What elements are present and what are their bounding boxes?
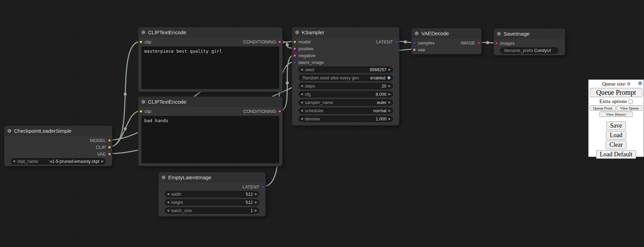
- collapse-dot-icon[interactable]: [8, 129, 11, 133]
- node-vae-decode[interactable]: VAEDecodesamplesvaeIMAGE: [411, 28, 482, 54]
- input-slot-dot-icon[interactable]: [139, 110, 143, 113]
- increment-arrow-icon[interactable]: ▶: [388, 101, 391, 104]
- input-slot-model[interactable]: model: [293, 38, 310, 45]
- widget-random-seed-after-every-gen[interactable]: Random seed after every genenabled: [298, 75, 393, 81]
- output-slot-CONDITIONING[interactable]: CONDITIONING: [243, 108, 281, 115]
- prompt-textarea[interactable]: masterpiece best quality girl: [141, 47, 279, 89]
- input-slot-latent_image[interactable]: latent_image: [293, 59, 324, 66]
- increment-arrow-icon[interactable]: ▶: [388, 84, 391, 88]
- decrement-arrow-icon[interactable]: ◀: [167, 209, 169, 212]
- output-slot-dot-icon[interactable]: [278, 40, 281, 43]
- input-slot-negative[interactable]: negative: [293, 52, 315, 59]
- increment-arrow-icon[interactable]: ▶: [255, 209, 257, 212]
- collapse-dot-icon[interactable]: [497, 32, 501, 36]
- increment-arrow-icon[interactable]: ▶: [101, 160, 104, 163]
- toggle-on-icon[interactable]: [387, 76, 391, 79]
- increment-arrow-icon[interactable]: ▶: [388, 93, 391, 96]
- input-slot-dot-icon[interactable]: [495, 42, 498, 45]
- node-graph-canvas[interactable]: CheckpointLoaderSimpleMODELCLIPVAE◀ckpt_…: [0, 0, 644, 247]
- input-slot-dot-icon[interactable]: [413, 41, 416, 44]
- input-slot-dot-icon[interactable]: [413, 48, 416, 51]
- output-slot-dot-icon[interactable]: [395, 40, 398, 43]
- output-slot-dot-icon[interactable]: [261, 185, 264, 188]
- widget-scheduler[interactable]: ◀schedulernormal▶: [298, 107, 393, 114]
- widget-filename-prefix[interactable]: filename_prefixComfyUI: [500, 47, 559, 54]
- decrement-arrow-icon[interactable]: ◀: [300, 117, 303, 120]
- widget-ckpt-name[interactable]: ◀ckpt_namev1-5-pruned-emaonly.ckpt▶: [11, 158, 106, 165]
- output-slot-CLIP[interactable]: CLIP: [96, 144, 111, 151]
- node-clip-text-encode-positive[interactable]: CLIPTextEncodeclipCONDITIONINGmasterpiec…: [138, 27, 283, 92]
- collapse-dot-icon[interactable]: [415, 31, 419, 35]
- decrement-arrow-icon[interactable]: ◀: [13, 160, 15, 163]
- decrement-arrow-icon[interactable]: ◀: [167, 201, 169, 204]
- output-slot-dot-icon[interactable]: [108, 153, 111, 156]
- widget-steps[interactable]: ◀steps20▶: [298, 83, 393, 89]
- clear-button[interactable]: Clear: [606, 141, 627, 149]
- node-title-bar[interactable]: CLIPTextEncode: [138, 97, 282, 107]
- output-slot-IMAGE[interactable]: IMAGE: [461, 39, 480, 46]
- load-default-button[interactable]: Load Default: [596, 150, 636, 159]
- node-empty-latent-image[interactable]: EmptyLatentImageLATENT◀width512▶◀height5…: [158, 172, 266, 217]
- queue-front-button[interactable]: Queue Front: [590, 105, 616, 111]
- widget-width[interactable]: ◀width512▶: [165, 191, 259, 197]
- widget-height[interactable]: ◀height512▶: [165, 199, 259, 206]
- view-queue-button[interactable]: View Queue: [617, 105, 643, 111]
- widget-batch-size[interactable]: ◀batch_size1▶: [165, 207, 259, 214]
- output-slot-VAE[interactable]: VAE: [97, 151, 111, 157]
- node-title-bar[interactable]: EmptyLatentImage: [159, 172, 265, 182]
- increment-arrow-icon[interactable]: ▶: [255, 201, 257, 204]
- node-title-bar[interactable]: CheckpointLoaderSimple: [4, 126, 112, 136]
- output-slot-dot-icon[interactable]: [108, 139, 111, 142]
- input-slot-vae[interactable]: vae: [413, 46, 425, 53]
- node-ksampler[interactable]: KSamplermodelpositivenegativelatent_imag…: [292, 27, 399, 126]
- output-slot-LATENT[interactable]: LATENT: [376, 38, 398, 45]
- collapse-dot-icon[interactable]: [295, 30, 299, 34]
- input-slot-dot-icon[interactable]: [293, 54, 296, 57]
- input-slot-dot-icon[interactable]: [293, 61, 296, 64]
- node-title-bar[interactable]: CLIPTextEncode: [138, 27, 282, 37]
- collapse-dot-icon[interactable]: [162, 176, 165, 179]
- node-title-bar[interactable]: VAEDecode: [412, 28, 481, 38]
- input-slot-images[interactable]: images: [495, 40, 515, 47]
- decrement-arrow-icon[interactable]: ◀: [300, 93, 303, 96]
- collapse-dot-icon[interactable]: [141, 100, 145, 104]
- extra-options-checkbox[interactable]: [629, 100, 633, 104]
- widget-denoise[interactable]: ◀denoise1.000▶: [298, 116, 393, 122]
- load-button[interactable]: Load: [606, 131, 626, 140]
- input-slot-dot-icon[interactable]: [139, 40, 143, 43]
- widget-sampler-name[interactable]: ◀sampler_nameeuler▶: [298, 99, 393, 106]
- output-slot-MODEL[interactable]: MODEL: [90, 137, 111, 144]
- decrement-arrow-icon[interactable]: ◀: [300, 109, 303, 112]
- input-slot-clip[interactable]: clip: [139, 108, 151, 115]
- collapse-dot-icon[interactable]: [141, 30, 145, 34]
- increment-arrow-icon[interactable]: ▶: [255, 193, 257, 196]
- output-slot-CONDITIONING[interactable]: CONDITIONING: [243, 38, 281, 45]
- node-title-bar[interactable]: SaveImage: [494, 29, 565, 39]
- increment-arrow-icon[interactable]: ▶: [388, 109, 391, 112]
- node-title-bar[interactable]: KSampler: [292, 27, 399, 37]
- widget-seed[interactable]: ◀seed8566257▶: [298, 66, 393, 73]
- input-slot-clip[interactable]: clip: [139, 38, 151, 45]
- decrement-arrow-icon[interactable]: ◀: [300, 68, 303, 71]
- output-slot-dot-icon[interactable]: [278, 110, 281, 113]
- input-slot-dot-icon[interactable]: [293, 47, 296, 50]
- input-slot-dot-icon[interactable]: [293, 40, 296, 43]
- output-slot-dot-icon[interactable]: [108, 146, 111, 149]
- increment-arrow-icon[interactable]: ▶: [388, 117, 391, 120]
- settings-gear-icon[interactable]: [638, 81, 642, 86]
- view-history-button[interactable]: View History: [599, 112, 633, 117]
- decrement-arrow-icon[interactable]: ◀: [300, 101, 303, 104]
- decrement-arrow-icon[interactable]: ◀: [300, 84, 303, 88]
- input-slot-samples[interactable]: samples: [413, 39, 434, 46]
- widget-cfg[interactable]: ◀cfg8.000▶: [298, 91, 393, 98]
- decrement-arrow-icon[interactable]: ◀: [167, 193, 169, 196]
- node-save-image[interactable]: SaveImageimagesfilename_prefixComfyUI: [494, 28, 565, 55]
- save-button[interactable]: Save: [606, 121, 626, 130]
- prompt-textarea[interactable]: bad hands: [141, 116, 279, 163]
- increment-arrow-icon[interactable]: ▶: [388, 68, 391, 71]
- node-checkpoint-loader-simple[interactable]: CheckpointLoaderSimpleMODELCLIPVAE◀ckpt_…: [4, 126, 112, 166]
- output-slot-dot-icon[interactable]: [477, 41, 480, 44]
- output-slot-LATENT[interactable]: LATENT: [243, 183, 264, 190]
- node-clip-text-encode-negative[interactable]: CLIPTextEncodeclipCONDITIONINGbad hands: [138, 96, 283, 166]
- input-slot-positive[interactable]: positive: [293, 45, 313, 52]
